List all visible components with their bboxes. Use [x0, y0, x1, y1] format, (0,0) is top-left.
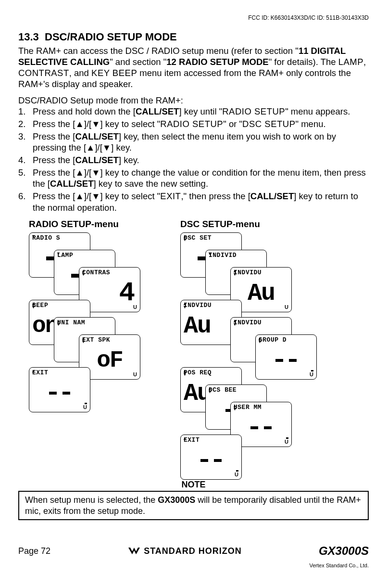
up-icon: ▲ — [75, 119, 84, 129]
u-indicator: U — [285, 304, 288, 310]
arrow-icon: ▲▼ — [31, 302, 36, 309]
t: ]/[ — [84, 119, 91, 129]
key-bold: CALL/SET — [75, 155, 118, 165]
lcd-text: RADIO SETUP — [222, 106, 285, 116]
arrow-icon: ▼ — [56, 252, 61, 256]
t: Press and hold down the [ — [33, 106, 136, 116]
t: Press the [ — [33, 131, 75, 141]
step-4: 4. Press the [CALL/SET] key. — [18, 154, 369, 166]
lcd-group-d: ▲▼ GROUP D U — [255, 334, 317, 380]
note-text: When setup menu is selected, the — [25, 495, 158, 505]
up-icon: ▲ — [75, 191, 84, 201]
lcd-text: RADIO SETUP — [160, 119, 223, 129]
text: " and section " — [110, 57, 166, 67]
lcd-label: CONTRAS — [79, 268, 140, 276]
step-5: 5. Press the [▲]/[▼] key to change the v… — [18, 167, 369, 190]
arrow-icon: ▼ — [31, 235, 36, 238]
t: ]/[ — [95, 142, 102, 153]
t: " menu appears. — [285, 106, 350, 116]
t: Press the [ — [33, 191, 75, 201]
step-text: Press the [▲]/[▼] key to select "EXIT," … — [33, 191, 369, 213]
ref-bold: 12 RADIO SETUP MODE — [166, 57, 268, 67]
lcd-text: DSC SETUP — [242, 119, 295, 129]
lcd-label: UNI NAM — [54, 318, 115, 326]
lcd-label: EXT SPK — [79, 335, 140, 344]
key-bold: CALL/SET — [75, 131, 118, 141]
step-num: 2. — [18, 118, 33, 130]
t: ," then press the [ — [181, 191, 250, 201]
lcd-label: EXIT — [29, 368, 90, 376]
lcd-big — [184, 446, 238, 475]
text: , and — [69, 68, 91, 78]
u-indicator: U — [133, 371, 137, 377]
lcd-text: EXIT — [160, 191, 181, 201]
key-bold: CALL/SET — [50, 179, 93, 189]
text: " for details). The — [269, 57, 338, 67]
arrow-icon: ▲▼ — [183, 370, 187, 376]
dsc-setup-col: DSC SETUP-menu ▲▼ DSC SET ▼ INDIVID ▲▼ I… — [180, 219, 344, 478]
lcd-big — [32, 378, 87, 408]
t: ] key to select " — [100, 191, 160, 201]
t: ]/[ — [84, 167, 91, 178]
lcd-label: EXIT — [181, 435, 241, 444]
lcd-text: KEY BEEP — [91, 68, 137, 78]
step-2: 2. Press the [▲]/[▼] key to select "RADI… — [18, 118, 369, 130]
t: ] key. — [111, 142, 132, 153]
step-num: 3. — [18, 131, 33, 153]
u-indicator: U — [133, 304, 137, 310]
fcc-id: FCC ID: K6630143X3D/IC ID: 511B-30143X3D — [18, 14, 369, 21]
key-bold: CALL/SET — [250, 191, 294, 201]
page-number: Page 72 — [18, 546, 50, 556]
lcd-label: INDVIDU — [231, 318, 291, 326]
t: ] key. — [119, 155, 139, 165]
step-text: Press the [CALL/SET] key. — [33, 154, 369, 166]
section-name: DSC/RADIO SETUP MODE — [45, 31, 177, 43]
step-1: 1. Press and hold down the [CALL/SET] ke… — [18, 106, 369, 117]
section-title: 13.3 DSC/RADIO SETUP MODE — [18, 31, 369, 43]
step-text: Press and hold down the [CALL/SET] key u… — [33, 106, 369, 117]
lcd-big — [234, 413, 288, 443]
lcd-exit: ▲ EXIT U — [29, 367, 90, 412]
lcd-label: RADIO S — [29, 233, 90, 242]
arrow-icon: ▲▼ — [183, 302, 187, 309]
dsc-menu-title: DSC SETUP-menu — [180, 219, 344, 230]
step-num: 4. — [18, 154, 33, 166]
t: Press the [ — [33, 119, 75, 129]
u-indicator: U — [83, 404, 87, 410]
text: , — [363, 57, 366, 67]
procedure-lead: DSC/RADIO Setup mode from the RAM+: — [18, 95, 369, 106]
u-indicator: U — [310, 371, 313, 377]
arrow-icon: ▲▼ — [56, 320, 61, 326]
step-num: 6. — [18, 191, 33, 213]
arrow-icon: ▲ — [31, 370, 36, 373]
key-bold: CALL/SET — [136, 106, 179, 116]
note-box: When setup menu is selected, the GX3000S… — [18, 491, 369, 520]
footer: Page 72 STANDARD HORIZON GX3000S — [18, 544, 369, 558]
lcd-label: BEEP — [29, 300, 90, 309]
u-indicator: U — [285, 439, 288, 445]
u-indicator: U — [235, 472, 238, 477]
lcd-label: INDIVID — [206, 250, 266, 259]
up-icon: ▲ — [75, 167, 84, 178]
model-number: GX3000S — [319, 544, 369, 558]
lcd-label: POS REQ — [181, 368, 241, 376]
brand-text: STANDARD HORIZON — [144, 546, 242, 556]
arrow-icon: ▲▼ — [208, 387, 212, 394]
lcd-label: GROUP D — [256, 335, 316, 344]
up-icon: ▲ — [86, 142, 95, 153]
arrow-icon: ▼ — [208, 252, 212, 256]
note-bold: GX3000S — [158, 495, 195, 505]
radio-setup-col: RADIO SETUP-menu ▼ RADIO S ▼ LAMP ▲▼ CON… — [29, 219, 161, 478]
arrow-icon: ▲▼ — [258, 337, 262, 344]
step-text: Press the [▲]/[▼] key to change the valu… — [33, 167, 369, 190]
arrow-icon: ▲▼ — [233, 269, 237, 276]
t: ] key to save the new setting. — [93, 179, 208, 189]
lcd-label: INDVIDU — [231, 268, 291, 276]
page: FCC ID: K6630143X3D/IC ID: 511B-30143X3D… — [0, 0, 387, 578]
lcd-label: DCS BEE — [206, 385, 266, 394]
t: ] key until " — [179, 106, 222, 116]
lcd-exit-dsc: ▲ EXIT U — [180, 435, 242, 480]
dsc-lcd-area: ▲▼ DSC SET ▼ INDIVID ▲▼ INDVIDU Au U ▲▼ — [180, 232, 344, 478]
step-text: Press the [▲]/[▼] key to select "RADIO S… — [33, 118, 369, 130]
t: " menu. — [295, 119, 325, 129]
